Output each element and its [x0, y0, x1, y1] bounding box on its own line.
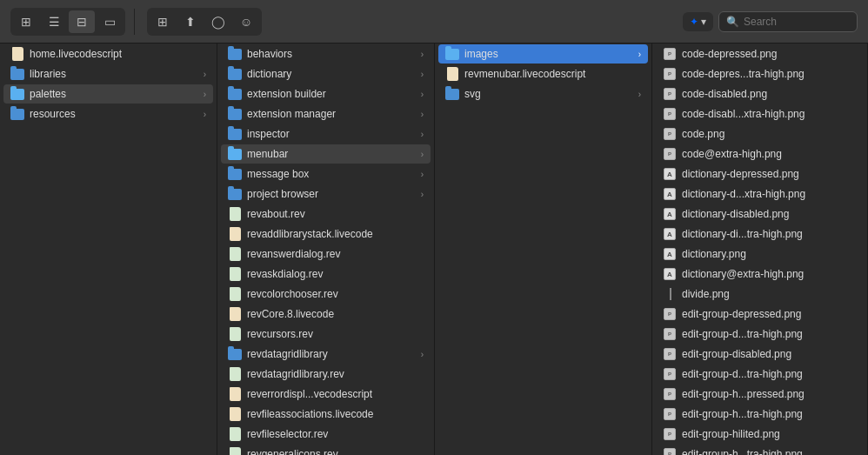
list-item[interactable]: revdatagridlibrary › [221, 345, 431, 364]
list-item[interactable]: P edit-group-h...tra-high.png [656, 445, 864, 455]
more-button[interactable]: ☺ [233, 10, 259, 33]
chevron-right-icon: › [421, 90, 424, 99]
list-item[interactable]: revCore.8.livecode [221, 304, 431, 324]
list-item[interactable]: home.livecodescript [3, 44, 213, 64]
list-item[interactable]: revfileselector.rev [221, 425, 431, 444]
item-label: images [464, 48, 633, 60]
search-input[interactable] [744, 16, 848, 28]
chevron-right-icon: › [204, 90, 206, 99]
list-item[interactable]: P edit-group-disabled.png [656, 345, 864, 364]
file-icon [228, 307, 242, 321]
list-item[interactable]: revdatagridlibrary.rev [221, 365, 431, 384]
chevron-right-icon: › [421, 170, 424, 179]
chevron-right-icon: › [421, 70, 424, 79]
item-label: dictionary-disabled.png [682, 208, 857, 220]
png-file-icon: P [663, 307, 677, 321]
item-label: edit-group-hilited.png [682, 428, 857, 440]
png-file-icon: P [663, 67, 677, 81]
list-item[interactable]: dictionary › [221, 64, 431, 84]
list-item[interactable]: P code-disabled.png [656, 84, 864, 104]
list-item[interactable]: P code-depressed.png [656, 44, 864, 64]
list-item[interactable]: libraries › [3, 64, 213, 84]
list-item[interactable]: P code.png [656, 124, 864, 144]
list-item[interactable]: project browser › [221, 184, 431, 204]
view-list-button[interactable]: ☰ [41, 10, 67, 33]
list-item[interactable]: A dictionary-d...xtra-high.png [656, 184, 864, 204]
list-item[interactable]: extension builder › [221, 84, 431, 104]
list-item[interactable]: svg › [438, 84, 648, 104]
grid-app-button[interactable]: ⊞ [150, 10, 176, 33]
toolbar-sep-1 [134, 9, 135, 35]
item-label: code-disabl...xtra-high.png [682, 108, 857, 120]
list-item[interactable]: P edit-group-h...tra-high.png [656, 405, 864, 424]
list-item[interactable]: revcursors.rev [221, 325, 431, 344]
divider-file-icon [663, 287, 677, 301]
list-item[interactable]: resources › [3, 104, 213, 124]
panel-1-content: home.livecodescript libraries › palettes… [0, 43, 217, 455]
view-gallery-button[interactable]: ▭ [97, 10, 123, 33]
item-label: dictionary@extra-high.png [682, 268, 857, 280]
list-item[interactable]: reverrordispl...vecodescript [221, 385, 431, 404]
folder-icon [228, 127, 242, 141]
panel-2-content: behaviors › dictionary › extension build… [217, 43, 434, 455]
list-item[interactable]: revabout.rev [221, 204, 431, 224]
view-columns-button[interactable]: ⊟ [69, 10, 95, 33]
list-item[interactable]: P edit-group-h...pressed.png [656, 385, 864, 404]
list-item[interactable]: images › [438, 44, 648, 64]
folder-icon [228, 347, 242, 361]
columns-icon: ⊟ [77, 15, 87, 29]
item-label: revabout.rev [247, 208, 424, 220]
list-item[interactable]: A dictionary-disabled.png [656, 204, 864, 224]
list-item[interactable]: P edit-group-d...tra-high.png [656, 365, 864, 384]
list-item[interactable]: A dictionary.png [656, 244, 864, 264]
list-item[interactable]: A dictionary-depressed.png [656, 164, 864, 184]
item-label: edit-group-h...tra-high.png [682, 448, 857, 455]
list-item[interactable]: revaddlibrarystack.livecode [221, 224, 431, 244]
list-item[interactable]: P edit-group-depressed.png [656, 304, 864, 324]
list-item[interactable]: P code@extra-high.png [656, 144, 864, 164]
png-file-icon: P [663, 407, 677, 421]
list-item[interactable]: extension manager › [221, 104, 431, 124]
chevron-right-icon: › [421, 190, 424, 199]
item-label: svg [464, 88, 633, 100]
item-label: code-depres...tra-high.png [682, 68, 857, 80]
list-item[interactable]: behaviors › [221, 44, 431, 64]
list-item[interactable]: divide.png [656, 284, 864, 304]
list-item[interactable]: revaskdialog.rev [221, 264, 431, 284]
item-label: inspector [247, 128, 416, 140]
item-label: dictionary-d...xtra-high.png [682, 188, 857, 200]
list-item[interactable]: P edit-group-hilited.png [656, 425, 864, 444]
item-label: revcolorchooser.rev [247, 288, 424, 300]
folder-icon [445, 47, 459, 61]
list-item[interactable]: A dictionary@extra-high.png [656, 264, 864, 284]
chevron-right-icon: › [638, 50, 641, 59]
chevron-right-icon: › [204, 110, 206, 119]
chevron-right-icon: › [204, 70, 206, 79]
view-mode-group: ⊞ ☰ ⊟ ▭ [10, 8, 125, 36]
list-item[interactable]: P code-depres...tra-high.png [656, 64, 864, 84]
item-label: extension builder [247, 88, 416, 100]
list-item[interactable]: revcolorchooser.rev [221, 284, 431, 304]
list-item[interactable]: P code-disabl...xtra-high.png [656, 104, 864, 124]
list-item[interactable]: revfileassociations.livecode [221, 405, 431, 424]
item-label: edit-group-d...tra-high.png [682, 368, 857, 380]
list-item[interactable]: palettes › [3, 84, 213, 104]
list-item[interactable]: A dictionary-di...tra-high.png [656, 224, 864, 244]
list-item[interactable]: P edit-group-d...tra-high.png [656, 325, 864, 344]
list-item[interactable]: revmenubar.livecodescript [438, 64, 648, 84]
tag-button[interactable]: ◯ [205, 10, 231, 33]
folder-icon [228, 67, 242, 81]
list-item[interactable]: inspector › [221, 124, 431, 144]
item-label: revgeneralicons.rev [247, 448, 424, 455]
list-item[interactable]: menubar › [221, 144, 431, 164]
search-box: 🔍 [718, 11, 858, 32]
dropbox-button[interactable]: ✦ ▾ [683, 12, 713, 31]
folder-icon [228, 87, 242, 101]
share-button[interactable]: ⬆ [177, 10, 204, 33]
list-item[interactable]: revgeneralicons.rev [221, 445, 431, 455]
chevron-right-icon: › [421, 350, 424, 359]
list-item[interactable]: message box › [221, 164, 431, 184]
view-grid-button[interactable]: ⊞ [13, 10, 39, 33]
list-item[interactable]: revanswerdialog.rev [221, 244, 431, 264]
chevron-right-icon: › [421, 150, 424, 159]
